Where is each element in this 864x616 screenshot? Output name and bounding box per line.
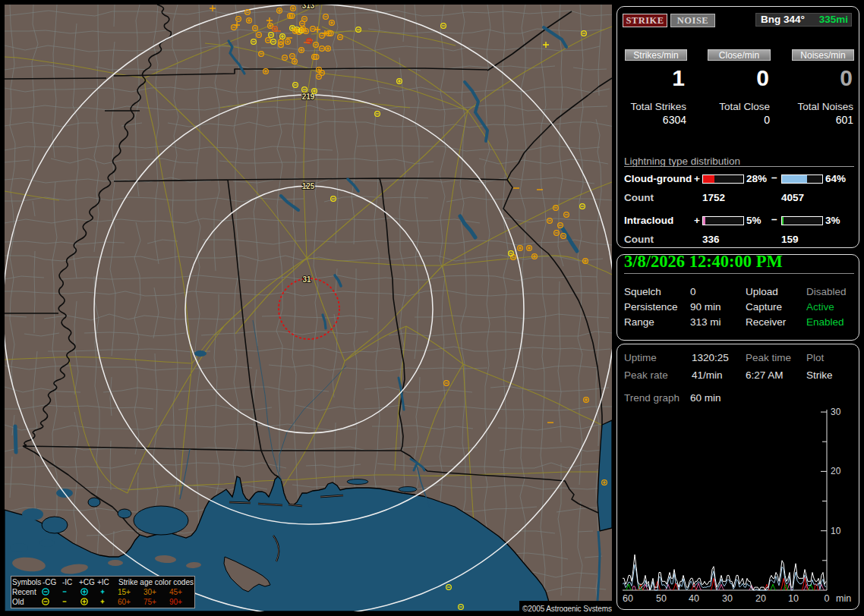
svg-text:Old: Old — [12, 598, 24, 606]
svg-text:20: 20 — [831, 466, 841, 476]
svg-text:45+: 45+ — [169, 588, 182, 596]
svg-text:50: 50 — [656, 593, 667, 604]
svg-text:313: 313 — [302, 5, 315, 10]
svg-text:Recent: Recent — [12, 588, 36, 596]
svg-text:Symbols: Symbols — [12, 578, 41, 586]
svg-text:219: 219 — [302, 93, 315, 101]
svg-text:125: 125 — [302, 182, 315, 190]
svg-text:75+: 75+ — [143, 598, 156, 606]
svg-text:10: 10 — [788, 593, 799, 604]
svg-text:90+: 90+ — [169, 598, 182, 606]
svg-text:40: 40 — [689, 593, 699, 604]
svg-text:-IC: -IC — [62, 578, 72, 586]
svg-text:60+: 60+ — [118, 598, 131, 606]
svg-text:-CG: -CG — [43, 578, 57, 586]
svg-text:20: 20 — [755, 593, 766, 604]
svg-text:30+: 30+ — [143, 588, 156, 596]
svg-text:31: 31 — [302, 275, 311, 284]
svg-text:min: min — [836, 593, 851, 604]
svg-text:30: 30 — [831, 408, 841, 417]
svg-text:+IC: +IC — [97, 578, 109, 586]
svg-text:30: 30 — [722, 593, 733, 604]
svg-text:Strike age color codes: Strike age color codes — [118, 578, 194, 586]
svg-text:10: 10 — [831, 526, 841, 536]
svg-text:0: 0 — [825, 593, 830, 604]
svg-text:+CG: +CG — [79, 578, 95, 586]
svg-text:15+: 15+ — [118, 588, 131, 596]
svg-text:60: 60 — [623, 593, 633, 604]
